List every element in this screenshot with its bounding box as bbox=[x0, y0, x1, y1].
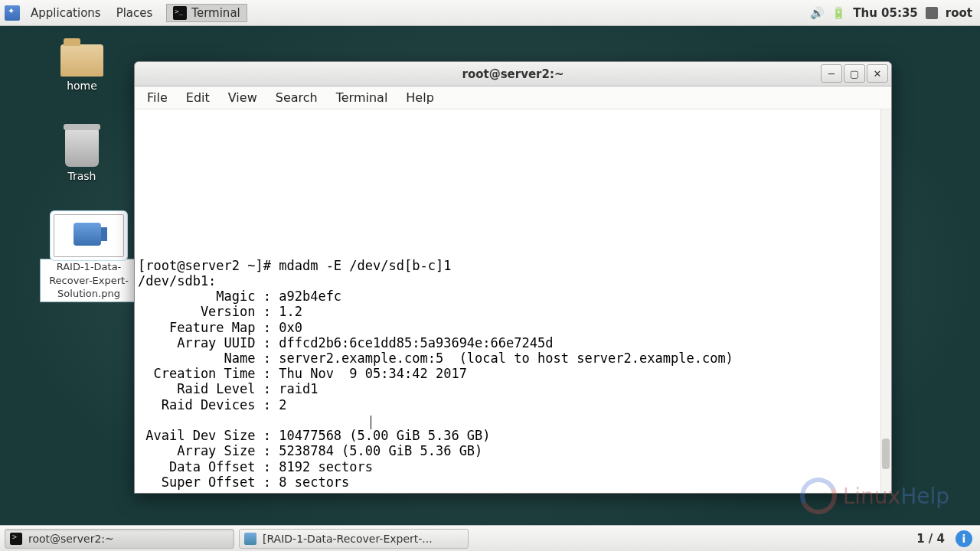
menu-view[interactable]: View bbox=[220, 87, 265, 108]
menu-edit[interactable]: Edit bbox=[178, 87, 217, 108]
volume-icon[interactable] bbox=[810, 6, 824, 20]
text-cursor bbox=[371, 416, 371, 429]
system-tray: Thu 05:35 root bbox=[810, 6, 980, 20]
taskbar-item-image[interactable]: [RAID-1-Data-Recover-Expert-... bbox=[239, 529, 469, 549]
taskbar-item-label: root@server2:~ bbox=[28, 533, 114, 545]
terminal-icon bbox=[10, 533, 22, 545]
terminal-scrollbar[interactable] bbox=[880, 109, 891, 493]
top-panel: Applications Places Terminal Thu 05:35 r… bbox=[0, 0, 980, 26]
trash-icon bbox=[65, 129, 99, 167]
battery-icon[interactable] bbox=[831, 6, 845, 20]
window-menubar: File Edit View Search Terminal Help bbox=[135, 86, 891, 109]
applications-menu[interactable]: Applications bbox=[23, 2, 109, 24]
window-title: root@server2:~ bbox=[462, 67, 564, 81]
taskbar-item-terminal[interactable]: root@server2:~ bbox=[5, 529, 234, 549]
watermark: LinuxHelp bbox=[800, 478, 949, 514]
folder-icon bbox=[60, 44, 103, 77]
watermark-logo-icon bbox=[795, 472, 842, 520]
desktop-file-label: RAID-1-Data-Recover-Expert-Solution.png bbox=[40, 259, 138, 302]
desktop-trash-label: Trash bbox=[47, 170, 116, 182]
desktop-trash[interactable]: Trash bbox=[47, 129, 116, 182]
close-button[interactable]: ✕ bbox=[867, 64, 888, 83]
window-titlebar[interactable]: root@server2:~ ─ ▢ ✕ bbox=[135, 62, 891, 86]
desktop-file[interactable]: RAID-1-Data-Recover-Expert-Solution.png bbox=[40, 214, 138, 302]
menu-file[interactable]: File bbox=[139, 87, 175, 108]
terminal-output: [root@server2 ~]# mdadm -E /dev/sd[b-c]1… bbox=[138, 258, 877, 490]
places-menu[interactable]: Places bbox=[109, 2, 161, 24]
clock[interactable]: Thu 05:35 bbox=[853, 6, 918, 20]
taskbar: root@server2:~ [RAID-1-Data-Recover-Expe… bbox=[0, 525, 980, 551]
minimize-button[interactable]: ─ bbox=[821, 64, 842, 83]
menu-terminal[interactable]: Terminal bbox=[328, 87, 396, 108]
terminal-body[interactable]: [root@server2 ~]# mdadm -E /dev/sd[b-c]1… bbox=[135, 109, 891, 493]
info-button[interactable]: i bbox=[956, 530, 972, 547]
terminal-window: root@server2:~ ─ ▢ ✕ File Edit View Sear… bbox=[134, 61, 892, 494]
image-icon bbox=[244, 533, 256, 545]
terminal-icon bbox=[173, 6, 187, 20]
distro-icon bbox=[5, 5, 20, 21]
workspace-pager[interactable]: 1 / 4 bbox=[910, 532, 951, 546]
image-file-icon bbox=[54, 214, 124, 257]
user-icon bbox=[926, 7, 938, 19]
menu-help[interactable]: Help bbox=[398, 87, 441, 108]
terminal-launcher-label: Terminal bbox=[191, 6, 240, 20]
watermark-text: LinuxHelp bbox=[843, 484, 949, 509]
desktop-home[interactable]: home bbox=[47, 44, 116, 92]
username[interactable]: root bbox=[946, 6, 972, 20]
scrollbar-thumb[interactable] bbox=[882, 439, 890, 469]
desktop-home-label: home bbox=[47, 80, 116, 92]
maximize-button[interactable]: ▢ bbox=[844, 64, 865, 83]
menu-search[interactable]: Search bbox=[268, 87, 325, 108]
terminal-launcher[interactable]: Terminal bbox=[166, 4, 247, 22]
taskbar-item-label: [RAID-1-Data-Recover-Expert-... bbox=[263, 533, 433, 545]
